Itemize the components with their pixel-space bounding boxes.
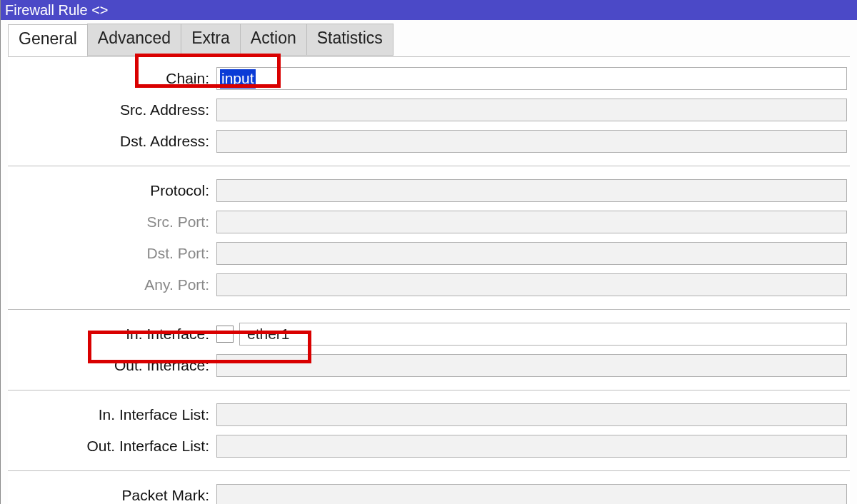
- tab-advanced[interactable]: Advanced: [87, 24, 181, 56]
- tab-extra[interactable]: Extra: [181, 24, 241, 56]
- in-interface-negate-checkbox[interactable]: [216, 326, 234, 343]
- packet-mark-input[interactable]: [216, 484, 847, 504]
- chain-input[interactable]: input: [216, 67, 847, 90]
- firewall-rule-window: Firewall Rule <> General Advanced Extra …: [0, 0, 857, 504]
- out-interface-list-input[interactable]: [216, 435, 847, 458]
- section-divider-3: [8, 390, 850, 390]
- chain-label: Chain:: [11, 70, 211, 87]
- src-address-input[interactable]: [216, 99, 847, 121]
- in-interface-list-input[interactable]: [216, 403, 847, 426]
- src-address-label: Src. Address:: [11, 101, 211, 119]
- in-interface-label: In. Interface:: [11, 326, 211, 343]
- protocol-input[interactable]: [216, 179, 847, 202]
- tab-strip: General Advanced Extra Action Statistics: [1, 20, 857, 56]
- out-interface-label: Out. Interface:: [11, 357, 211, 374]
- src-port-input[interactable]: [216, 211, 847, 233]
- in-interface-input[interactable]: ether1: [239, 323, 847, 346]
- section-divider-2: [8, 309, 850, 310]
- tab-general[interactable]: General: [8, 24, 88, 56]
- any-port-input[interactable]: [216, 273, 847, 296]
- window-title-bar: Firewall Rule <>: [1, 0, 857, 20]
- section-divider-1: [8, 166, 850, 166]
- src-port-label: Src. Port:: [11, 213, 211, 231]
- tab-statistics[interactable]: Statistics: [306, 24, 394, 56]
- dst-port-input[interactable]: [216, 242, 847, 265]
- dst-port-label: Dst. Port:: [11, 245, 211, 262]
- dst-address-label: Dst. Address:: [11, 133, 211, 150]
- chain-value-selected: input: [220, 69, 256, 89]
- out-interface-list-label: Out. Interface List:: [11, 438, 211, 455]
- any-port-label: Any. Port:: [11, 276, 211, 293]
- in-interface-list-label: In. Interface List:: [11, 406, 211, 423]
- protocol-label: Protocol:: [11, 182, 211, 199]
- general-panel: Chain: input Src. Address: Dst. Address:: [8, 56, 850, 504]
- window-title: Firewall Rule <>: [5, 0, 109, 20]
- section-divider-4: [8, 470, 850, 471]
- tab-action[interactable]: Action: [240, 24, 307, 56]
- out-interface-input[interactable]: [216, 354, 847, 377]
- dst-address-input[interactable]: [216, 130, 847, 153]
- in-interface-value: ether1: [244, 326, 290, 343]
- packet-mark-label: Packet Mark:: [11, 487, 211, 504]
